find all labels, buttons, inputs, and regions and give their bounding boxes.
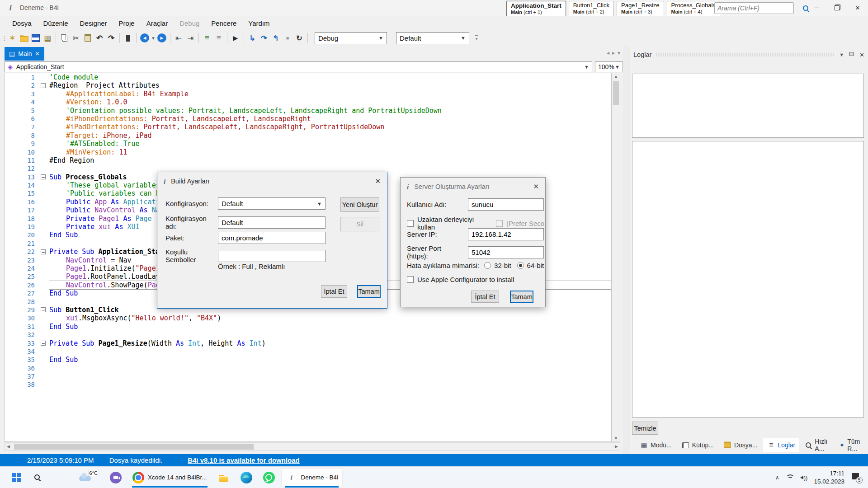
paste-icon[interactable] — [82, 32, 94, 44]
code-line[interactable]: 1'Code module — [5, 73, 611, 81]
server-ip-input[interactable] — [472, 230, 540, 238]
step-out-icon[interactable] — [270, 32, 282, 44]
taskbar-b4i[interactable]: iDeneme - B4i — [282, 469, 343, 487]
collapse-region-icon[interactable] — [41, 83, 46, 88]
scroll-down-icon[interactable]: ▼ — [612, 436, 620, 441]
code-line[interactable]: 35End Sub — [5, 356, 611, 364]
code-line[interactable]: 2#Region Project Attributes — [5, 81, 611, 89]
vertical-scroll-thumb[interactable] — [613, 81, 619, 105]
remote-compiler-checkbox[interactable] — [407, 220, 414, 227]
method-navigator-dropdown[interactable]: Application_Start ▼ — [5, 61, 592, 72]
code-line[interactable]: 5'Orientation possible values: Portrait,… — [5, 107, 611, 115]
taskbar-taskbar-search[interactable] — [29, 469, 49, 487]
bookmark-icon[interactable] — [122, 32, 134, 44]
collapse-region-icon[interactable] — [41, 307, 46, 312]
panel-menu-icon[interactable]: ▼ — [839, 52, 844, 57]
comment-icon[interactable] — [201, 32, 213, 44]
code-line[interactable]: 32 — [5, 331, 611, 339]
scroll-up-icon[interactable]: ▲ — [612, 74, 620, 79]
collapse-region-icon[interactable] — [41, 174, 46, 179]
indent-icon[interactable] — [184, 32, 196, 44]
save-icon[interactable] — [30, 32, 42, 44]
server-port-field[interactable] — [468, 246, 544, 258]
code-line[interactable]: 33Private Sub Page1_Resize(Width As Int,… — [5, 339, 611, 347]
forward-icon[interactable] — [157, 33, 166, 42]
restore-button[interactable] — [826, 0, 847, 15]
server-dialog-close-icon[interactable]: ✕ — [533, 183, 539, 191]
undo-icon[interactable] — [94, 32, 105, 44]
redo-icon[interactable] — [105, 32, 117, 44]
panel-close-icon[interactable]: ✕ — [859, 52, 864, 58]
tray-expand-icon[interactable]: ∧ — [775, 474, 779, 481]
taskbar-whatsapp[interactable] — [259, 469, 279, 487]
quick-tab-process_globals[interactable]: Process_GlobalsMain (ctrl + 4) — [667, 1, 720, 17]
panel-drag-grip[interactable] — [656, 53, 835, 56]
outdent-icon[interactable] — [173, 32, 184, 44]
arch-64bit-radio[interactable] — [517, 262, 524, 269]
taskbar-weather[interactable]: 6°C — [74, 469, 103, 487]
tray-clock[interactable]: 17:11 15.02.2023 — [814, 469, 844, 486]
prefer-secondary-checkbox[interactable] — [496, 220, 503, 227]
notification-center-icon[interactable]: 5 — [851, 472, 863, 483]
server-ok-button[interactable]: Tamam — [510, 291, 533, 303]
step-over-icon[interactable] — [258, 32, 270, 44]
server-cancel-button[interactable]: İptal Et — [471, 291, 499, 303]
taskbar-chat[interactable] — [106, 469, 126, 487]
scroll-left-icon[interactable]: ◀ — [7, 444, 10, 449]
conditional-symbols-input[interactable] — [222, 252, 322, 260]
quick-tab-button1_click[interactable]: Button1_ClickMain (ctrl + 2) — [569, 1, 614, 17]
copy-icon[interactable] — [58, 32, 70, 44]
close-button[interactable] — [847, 0, 868, 15]
menu-item-araçlar[interactable]: Araçlar — [141, 18, 174, 29]
clear-logs-button[interactable]: Temizle — [632, 422, 658, 435]
find-icon[interactable] — [42, 32, 53, 44]
wifi-icon[interactable] — [786, 474, 794, 481]
code-line[interactable]: 37 — [5, 372, 611, 380]
code-line[interactable]: 4#Version: 1.0.0 — [5, 98, 611, 106]
panel-tab-loglar[interactable]: Loglar — [763, 438, 799, 452]
taskbar-explorer[interactable] — [214, 469, 234, 487]
code-line[interactable]: 31End Sub — [5, 323, 611, 331]
code-line[interactable]: 36 — [5, 364, 611, 372]
delete-configuration-button[interactable]: Sil — [340, 217, 379, 231]
debug-mode-dropdown[interactable]: Debug ▼ — [315, 32, 387, 44]
run-icon[interactable] — [230, 32, 241, 44]
minimize-button[interactable] — [806, 0, 826, 15]
new-configuration-button[interactable]: Yeni Oluştur — [340, 197, 379, 212]
menu-item-proje[interactable]: Proje — [113, 18, 141, 29]
build-configuration-dropdown[interactable]: Default ▼ — [396, 32, 469, 44]
code-line[interactable]: 8#Target: iPhone, iPad — [5, 131, 611, 140]
quick-tab-page1_resize[interactable]: Page1_ResizeMain (ctrl + 3) — [617, 1, 664, 17]
back-icon[interactable] — [140, 33, 149, 42]
configuration-dropdown[interactable]: Default ▼ — [218, 197, 326, 210]
uncomment-icon[interactable] — [213, 32, 225, 44]
quick-tab-application_start[interactable]: Application_StartMain (ctrl + 1) — [506, 1, 566, 17]
code-line[interactable]: 30xui.MsgboxAsync("Hello world!", "B4X") — [5, 314, 611, 322]
user-name-input[interactable] — [472, 201, 540, 208]
build-dialog-close-icon[interactable]: ✕ — [375, 177, 381, 185]
apple-configurator-checkbox[interactable] — [407, 276, 414, 283]
menu-item-designer[interactable]: Designer — [74, 18, 113, 29]
code-line[interactable]: 34 — [5, 347, 611, 356]
server-ip-field[interactable] — [468, 228, 544, 240]
update-link[interactable]: B4i v8.10 is available for download — [188, 456, 300, 464]
collapse-region-icon[interactable] — [41, 341, 46, 346]
taskbar-start[interactable] — [6, 469, 26, 487]
taskbar-task-view[interactable] — [52, 469, 71, 487]
tab-main[interactable]: Main ✕ — [5, 47, 44, 61]
toolbar-overflow-icon[interactable] — [473, 32, 480, 44]
code-line[interactable]: 38 — [5, 380, 611, 389]
zoom-dropdown[interactable]: 100% ▼ — [595, 61, 623, 72]
scroll-right-icon[interactable]: ▶ — [615, 444, 618, 449]
code-line[interactable]: 6#iPhoneOrientations: Portrait, Landscap… — [5, 115, 611, 123]
code-line[interactable]: 7#iPadOrientations: Portrait, LandscapeL… — [5, 123, 611, 131]
open-icon[interactable] — [18, 32, 30, 44]
menu-item-yardım[interactable]: Yardım — [242, 18, 275, 29]
conditional-symbols-field[interactable] — [218, 250, 326, 262]
volume-icon[interactable]: )) — [800, 474, 808, 481]
panel-tab-dosya[interactable]: Dosya... — [720, 438, 761, 452]
arch-32bit-radio[interactable] — [484, 262, 491, 269]
code-line[interactable]: 11#End Region — [5, 156, 611, 164]
panel-tab-tmr[interactable]: Tüm R... — [835, 438, 868, 452]
code-line[interactable]: 3#ApplicationLabel: B4i Example — [5, 90, 611, 98]
